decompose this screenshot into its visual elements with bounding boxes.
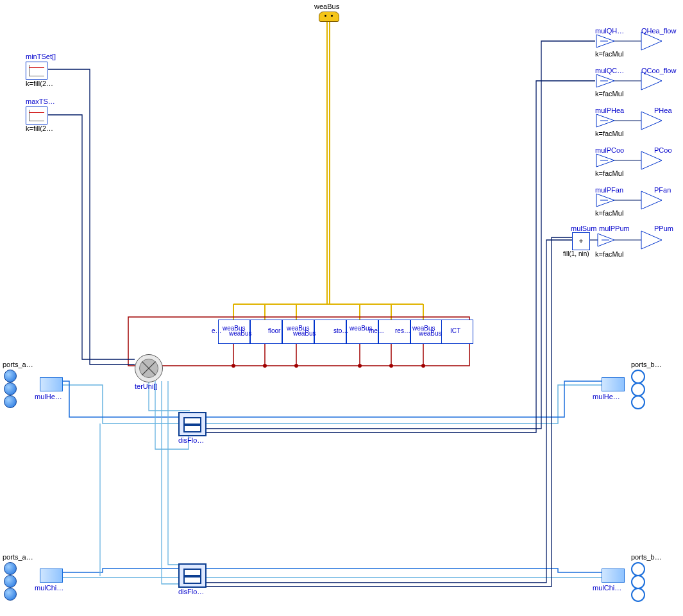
port-b1-2[interactable] xyxy=(631,382,645,397)
disFloChi-label: disFlo… xyxy=(178,588,204,595)
svg-marker-39 xyxy=(641,191,662,209)
mulPFan-k: k=facMul xyxy=(595,209,623,217)
svg-point-17 xyxy=(421,364,425,368)
mulHea-out-block[interactable] xyxy=(602,377,625,391)
svg-point-13 xyxy=(294,364,298,368)
svg-point-19 xyxy=(263,364,267,368)
ports-b2-label: ports_b… xyxy=(631,553,662,561)
room-lbl-3c: me… xyxy=(369,327,384,334)
mintset-block[interactable] xyxy=(26,62,47,80)
port-a1-2[interactable] xyxy=(4,382,17,395)
mulQCoo-name: mulQC… xyxy=(595,67,624,74)
port-b2-1[interactable] xyxy=(631,562,645,576)
wires-layer xyxy=(0,0,683,616)
mintset-name: minTSet[] xyxy=(26,53,56,60)
svg-marker-36 xyxy=(641,72,662,90)
port-b1-1[interactable] xyxy=(631,370,645,384)
PHea-out-label: PHea xyxy=(654,107,672,114)
PPum-out-label: PPum xyxy=(654,225,673,232)
maxtset-k: k=fill(2… xyxy=(26,124,53,132)
svg-point-15 xyxy=(358,364,362,368)
mulPPum-k: k=facMul xyxy=(595,250,623,258)
svg-point-11 xyxy=(232,364,235,368)
maxtset-block[interactable] xyxy=(26,107,47,124)
svg-marker-29 xyxy=(596,35,614,47)
PCoo-out-label: PCoo xyxy=(654,146,672,154)
port-a1-1[interactable] xyxy=(4,370,17,382)
room-lbl-4a: res… xyxy=(395,327,410,334)
mulPCoo-name: mulPCoo xyxy=(595,146,624,154)
mulPHea-k: k=facMul xyxy=(595,130,623,137)
room-lbl-1a: e… xyxy=(212,327,222,334)
mulPHea-name: mulPHea xyxy=(595,107,624,114)
PFan-out-label: PFan xyxy=(654,186,671,194)
mulPFan-name: mulPFan xyxy=(595,186,623,194)
svg-marker-30 xyxy=(596,74,614,87)
room-lbl-1c: weaBus xyxy=(229,330,252,337)
mulSum-k: fill(1, nin) xyxy=(563,250,589,257)
mulChi-in-block[interactable] xyxy=(40,569,63,583)
disFloChi-block[interactable] xyxy=(178,563,207,588)
terUni-label: terUni[] xyxy=(135,382,157,390)
mulPPum-name: mulPPum xyxy=(599,225,630,232)
maxtset-name: maxTS… xyxy=(26,98,55,105)
room-lbl-3a: sto… xyxy=(333,327,348,334)
room-lbl-5a: ICT xyxy=(450,327,460,334)
terUni-block[interactable] xyxy=(135,354,163,382)
ports-b1-label: ports_b… xyxy=(631,361,662,368)
svg-marker-32 xyxy=(596,154,614,167)
mulQHea-k: k=facMul xyxy=(595,50,623,58)
mulChi-out-block[interactable] xyxy=(602,569,625,583)
mulHea-out-label: mulHe… xyxy=(593,393,620,400)
mulChi-in-label: mulChi… xyxy=(35,584,63,592)
disFloHea-block[interactable] xyxy=(178,412,207,436)
mulSum-name: mulSum xyxy=(571,225,596,232)
port-a2-1[interactable] xyxy=(4,562,17,575)
port-a2-3[interactable] xyxy=(4,588,17,601)
svg-marker-34 xyxy=(598,234,614,246)
room-lbl-2a: floor xyxy=(268,327,280,334)
QHea-out-label: QHea_flow xyxy=(641,27,676,35)
port-b2-3[interactable] xyxy=(631,588,645,602)
QCoo-out-label: QCoo_flow xyxy=(641,67,676,74)
svg-marker-33 xyxy=(596,194,614,207)
port-b1-3[interactable] xyxy=(631,395,645,409)
mintset-k: k=fill(2… xyxy=(26,80,53,87)
svg-marker-37 xyxy=(641,112,662,130)
mulSum-block[interactable]: + xyxy=(572,232,590,250)
port-a1-3[interactable] xyxy=(4,395,17,408)
weabus-connector[interactable] xyxy=(319,12,339,22)
port-a2-2[interactable] xyxy=(4,575,17,588)
svg-marker-38 xyxy=(641,151,662,169)
mulQCoo-k: k=facMul xyxy=(595,90,623,98)
svg-marker-40 xyxy=(641,231,662,249)
mulQHea-name: mulQH… xyxy=(595,27,624,35)
port-b2-2[interactable] xyxy=(631,575,645,589)
mulHea-in-block[interactable] xyxy=(40,377,63,391)
mulChi-out-label: mulChi… xyxy=(593,584,621,592)
weabus-label: weaBus xyxy=(314,3,339,10)
ports-a1-label: ports_a… xyxy=(3,361,33,368)
ports-a2-label: ports_a… xyxy=(3,553,33,561)
svg-marker-31 xyxy=(596,114,614,127)
disFloHea-label: disFlo… xyxy=(178,436,204,444)
room-lbl-2cw: weaBus xyxy=(293,330,316,337)
mulHea-in-label: mulHe… xyxy=(35,393,62,400)
svg-point-21 xyxy=(389,364,393,368)
svg-marker-35 xyxy=(641,32,662,50)
diagram-canvas: weaBus minTSet[] k=fill(2… maxTS… k=fill… xyxy=(0,0,683,616)
room-lbl-4c: weaBus xyxy=(419,330,442,337)
mulPCoo-k: k=facMul xyxy=(595,169,623,177)
